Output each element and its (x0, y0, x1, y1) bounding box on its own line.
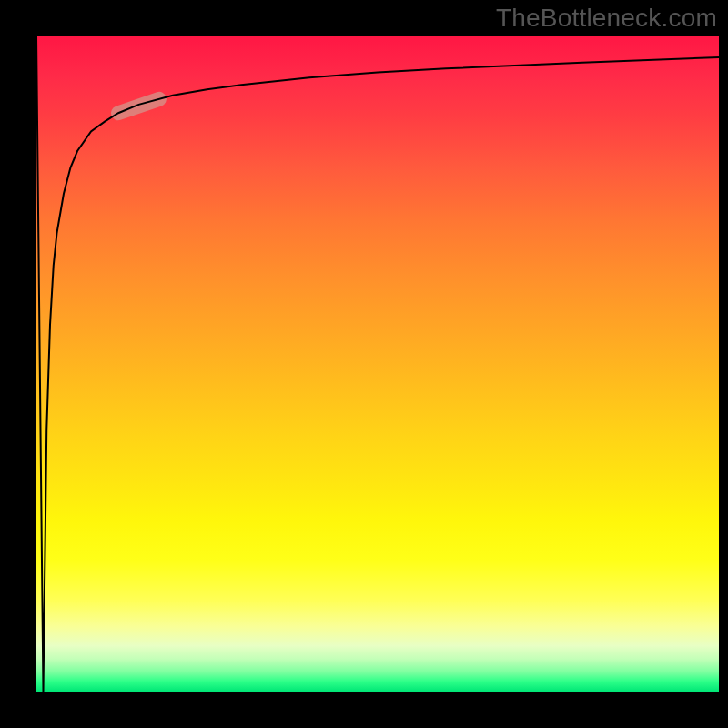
bottleneck-curve (36, 36, 719, 692)
watermark-text: TheBottleneck.com (496, 4, 717, 33)
plot-area (36, 36, 719, 692)
plot-svg (36, 36, 719, 692)
chart-frame: TheBottleneck.com (0, 0, 728, 728)
